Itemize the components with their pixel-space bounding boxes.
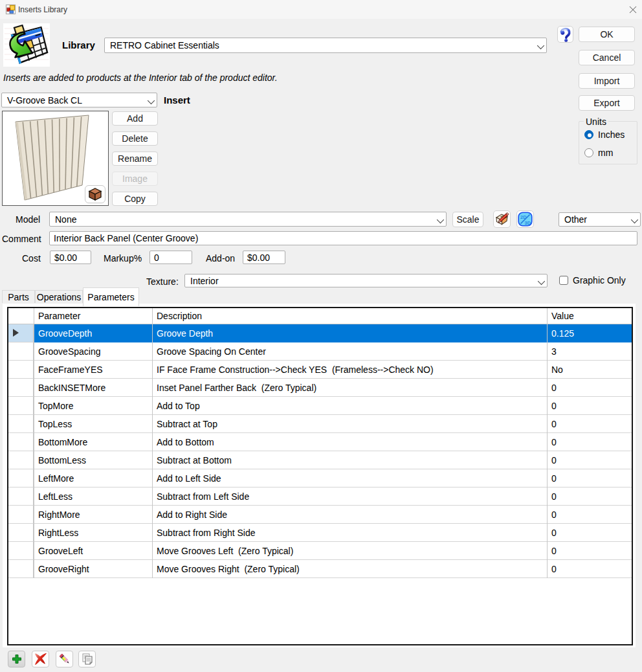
view-3d-button[interactable] [85, 185, 105, 203]
addon-input[interactable]: $0.00 [243, 251, 285, 264]
row-header[interactable] [8, 433, 34, 451]
grid-row-TopMore[interactable]: TopMoreAdd to Top0 [8, 397, 632, 415]
texture-combobox[interactable]: Interior [184, 274, 548, 287]
row-header[interactable] [8, 506, 34, 524]
cell-value[interactable]: 0 [547, 433, 632, 451]
row-header[interactable] [8, 542, 34, 560]
cell-parameter[interactable]: BottomLess [34, 451, 152, 469]
cell-parameter[interactable]: GrooveRight [34, 560, 152, 578]
row-header[interactable] [8, 487, 34, 506]
cell-value[interactable]: 3 [547, 342, 632, 361]
row-header[interactable] [8, 342, 34, 361]
cell-description[interactable]: Add to Top [152, 397, 547, 415]
cell-description[interactable]: Add to Left Side [152, 469, 547, 487]
ok-button[interactable]: OK [579, 27, 635, 42]
cell-value[interactable]: 0 [547, 487, 632, 506]
add-button[interactable]: Add [112, 111, 158, 126]
cell-value[interactable]: 0 [547, 469, 632, 487]
grid-row-RightMore[interactable]: RightMoreAdd to Right Side0 [8, 506, 632, 524]
row-header[interactable] [8, 524, 34, 542]
cell-description[interactable]: Subtract at Bottom [152, 451, 547, 469]
grid-delete-button[interactable] [32, 651, 49, 667]
grid-row-BottomMore[interactable]: BottomMoreAdd to Bottom0 [8, 433, 632, 451]
cell-description[interactable]: Inset Panel Farther Back (Zero Typical) [152, 379, 547, 397]
row-header[interactable] [8, 379, 34, 397]
cell-parameter[interactable]: GrooveLeft [34, 542, 152, 560]
grid-row-BottomLess[interactable]: BottomLessSubtract at Bottom0 [8, 451, 632, 469]
cell-description[interactable]: Move Grooves Left (Zero Typical) [152, 542, 547, 560]
category-combobox[interactable]: Other [559, 212, 641, 227]
grid-add-button[interactable] [8, 651, 25, 667]
cell-value[interactable]: No [547, 361, 632, 379]
tab-parameters[interactable]: Parameters [83, 287, 139, 306]
delete-button[interactable]: Delete [112, 131, 158, 146]
cost-input[interactable]: $0.00 [50, 251, 91, 264]
grid-column-header-value[interactable]: Value [547, 308, 632, 324]
cell-value[interactable]: 0.125 [547, 324, 632, 342]
import-button[interactable]: Import [579, 73, 635, 89]
cell-parameter[interactable]: LeftLess [34, 487, 152, 506]
cell-parameter[interactable]: RightMore [34, 506, 152, 524]
grid-column-header-parameter[interactable]: Parameter [34, 308, 152, 324]
row-header[interactable] [8, 469, 34, 487]
rename-button[interactable]: Rename [112, 151, 158, 166]
cell-description[interactable]: Subtract from Right Side [152, 524, 547, 542]
graphic-only-checkbox[interactable]: Graphic Only [559, 275, 626, 286]
cell-description[interactable]: Groove Spacing On Center [152, 342, 547, 361]
close-button[interactable] [621, 0, 642, 19]
cell-description[interactable]: Add to Bottom [152, 433, 547, 451]
grid-row-RightLess[interactable]: RightLessSubtract from Right Side0 [8, 524, 632, 542]
cell-parameter[interactable]: GrooveSpacing [34, 342, 152, 361]
grid-copy-button[interactable] [78, 651, 96, 667]
row-header[interactable] [8, 560, 34, 578]
grid-row-GrooveLeft[interactable]: GrooveLeftMove Grooves Left (Zero Typica… [8, 542, 632, 560]
export-button[interactable]: Export [579, 95, 635, 111]
grid-row-GrooveRight[interactable]: GrooveRightMove Grooves Right (Zero Typi… [8, 560, 632, 578]
grid-row-TopLess[interactable]: TopLessSubtract at Top0 [8, 415, 632, 433]
insert-combobox[interactable]: V-Groove Back CL [1, 93, 157, 107]
cell-description[interactable]: Groove Depth [152, 324, 547, 342]
radio-inches[interactable]: Inches [584, 129, 625, 140]
grid-row-LeftMore[interactable]: LeftMoreAdd to Left Side0 [8, 469, 632, 487]
library-combobox[interactable]: RETRO Cabinet Essentials [104, 38, 547, 53]
cell-parameter[interactable]: LeftMore [34, 469, 152, 487]
cell-value[interactable]: 0 [547, 560, 632, 578]
tab-operations[interactable]: Operations [35, 290, 83, 303]
row-header[interactable] [8, 451, 34, 469]
scale-button[interactable]: Scale [452, 212, 483, 227]
copy-button[interactable]: Copy [112, 192, 158, 206]
radio-mm[interactable]: mm [584, 148, 613, 158]
row-header[interactable] [8, 361, 34, 379]
cell-value[interactable]: 0 [547, 379, 632, 397]
grid-row-GrooveSpacing[interactable]: GrooveSpacingGroove Spacing On Center3 [8, 342, 632, 361]
row-header[interactable] [8, 415, 34, 433]
cell-parameter[interactable]: TopMore [34, 397, 152, 415]
cell-description[interactable]: IF Face Frame Construction-->Check YES (… [152, 361, 547, 379]
cell-parameter[interactable]: RightLess [34, 524, 152, 542]
cell-parameter[interactable]: BackINSETMore [34, 379, 152, 397]
cell-value[interactable]: 0 [547, 542, 632, 560]
comment-input[interactable]: Interior Back Panel (Center Groove) [49, 231, 637, 245]
cell-parameter[interactable]: FaceFrameYES [34, 361, 152, 379]
cancel-button[interactable]: Cancel [579, 50, 635, 65]
cell-description[interactable]: Subtract from Left Side [152, 487, 547, 506]
help-button[interactable] [557, 26, 573, 43]
cell-value[interactable]: 0 [547, 506, 632, 524]
grid-edit-button[interactable] [56, 651, 73, 667]
grid-row-FaceFrameYES[interactable]: FaceFrameYESIF Face Frame Construction--… [8, 361, 632, 379]
grid-row-GrooveDepth[interactable]: GrooveDepthGroove Depth0.125 [8, 324, 632, 342]
sketchup-button[interactable] [493, 210, 511, 228]
cell-value[interactable]: 0 [547, 415, 632, 433]
row-header[interactable] [8, 324, 34, 342]
cell-value[interactable]: 0 [547, 524, 632, 542]
cell-parameter[interactable]: BottomMore [34, 433, 152, 451]
cell-description[interactable]: Subtract at Top [152, 415, 547, 433]
2d3d-toggle-button[interactable]: 2D 3D [516, 210, 534, 228]
markup-input[interactable]: 0 [149, 251, 192, 264]
cell-parameter[interactable]: TopLess [34, 415, 152, 433]
cell-value[interactable]: 0 [547, 397, 632, 415]
row-header[interactable] [8, 397, 34, 415]
cell-parameter[interactable]: GrooveDepth [34, 324, 152, 342]
cell-description[interactable]: Move Grooves Right (Zero Typical) [152, 560, 547, 578]
tab-parts[interactable]: Parts [2, 290, 35, 303]
